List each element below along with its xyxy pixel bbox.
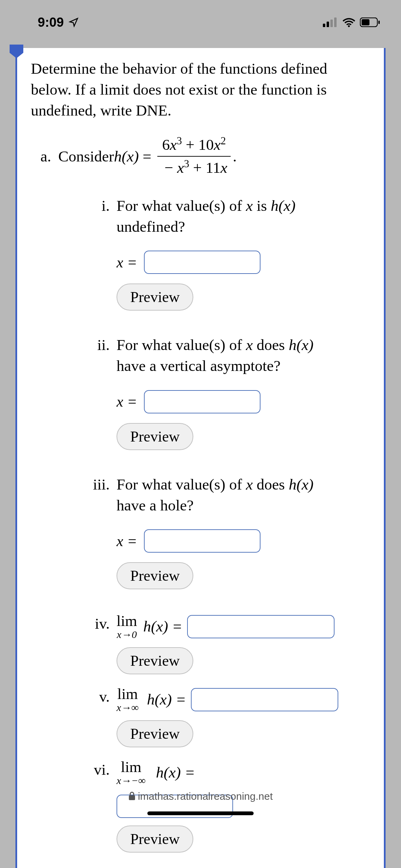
subpart-iv-limit: lim x→0 (117, 613, 137, 640)
content-area: Determine the behavior of the functions … (0, 45, 401, 820)
trailing-dot: . (233, 146, 236, 167)
subpart-i-preview-button[interactable]: Preview (117, 284, 193, 311)
status-time: 9:09 (38, 15, 64, 30)
subpart-vi-limit: lim x→−∞ (117, 759, 146, 786)
prompt-text: Determine the behavior of the functions … (31, 58, 370, 121)
status-bar: 9:09 (0, 0, 401, 45)
subpart-iv-preview-button[interactable]: Preview (117, 647, 193, 674)
subpart-v-limit: lim x→∞ (117, 686, 139, 713)
subpart-ii: ii. For what value(s) of x does h(x)have… (84, 335, 370, 450)
subpart-iii-num: iii. (84, 474, 117, 530)
subpart-i-input[interactable] (144, 251, 260, 274)
subpart-iv-func: h(x) = (143, 616, 182, 637)
denominator: − x3 + 11x (157, 156, 231, 178)
svg-rect-5 (362, 19, 369, 25)
browser-address: imathas.rationalreasoning.net (0, 791, 401, 802)
subpart-v-func: h(x) = (147, 689, 186, 710)
status-left: 9:09 (38, 15, 79, 30)
subpart-iii-xeq: x = (117, 531, 137, 551)
function-fraction: 6x3 + 10x2 − x3 + 11x (157, 134, 231, 178)
subpart-vi-preview-button[interactable]: Preview (117, 825, 193, 853)
part-a-lead: Consider (58, 146, 114, 167)
subpart-ii-xeq: x = (117, 391, 137, 412)
equals-sign: = (143, 146, 155, 167)
lock-icon (128, 792, 136, 800)
subpart-iv-input[interactable] (187, 615, 335, 638)
svg-rect-7 (129, 795, 135, 800)
subpart-v-preview-button[interactable]: Preview (117, 720, 193, 747)
wifi-icon (342, 17, 356, 27)
subpart-vi-func: h(x) = (156, 762, 195, 783)
subpart-i-text: For what value(s) of x is h(x)undefined? (117, 195, 370, 237)
location-arrow-icon (69, 17, 79, 27)
svg-rect-1 (327, 22, 329, 27)
footer-domain: imathas.rationalreasoning.net (138, 791, 273, 802)
home-indicator[interactable] (147, 811, 254, 815)
subpart-iv-num: iv. (84, 613, 117, 647)
subpart-ii-preview-button[interactable]: Preview (117, 423, 193, 450)
subpart-iii: iii. For what value(s) of x does h(x)hav… (84, 474, 370, 590)
part-a-label: a. (31, 146, 58, 167)
subpart-ii-text: For what value(s) of x does h(x)have a v… (117, 335, 370, 376)
svg-rect-6 (378, 21, 380, 24)
subpart-i-xeq: x = (117, 252, 137, 273)
subpart-ii-num: ii. (84, 335, 117, 390)
part-a: a. Consider h(x) = 6x3 + 10x2 − x3 + 11x… (31, 134, 370, 178)
question-page: Determine the behavior of the functions … (15, 48, 386, 868)
subpart-ii-input[interactable] (144, 390, 260, 413)
subpart-vi-num: vi. (84, 759, 117, 795)
signal-icon (323, 17, 338, 27)
numerator: 6x3 + 10x2 (159, 134, 229, 156)
battery-icon (360, 17, 380, 27)
subpart-iii-input[interactable] (144, 529, 260, 553)
svg-rect-0 (323, 24, 325, 27)
subpart-v-input[interactable] (191, 688, 338, 711)
subpart-iv: iv. lim x→0 h(x) = Preview (84, 613, 370, 674)
subpart-i: i. For what value(s) of x is h(x)undefin… (84, 195, 370, 311)
subpart-i-num: i. (84, 195, 117, 251)
status-right (323, 17, 380, 27)
svg-rect-2 (330, 20, 333, 27)
subpart-v: v. lim x→∞ h(x) = Preview (84, 686, 370, 747)
subpart-v-num: v. (84, 686, 117, 720)
subpart-vi: vi. lim x→−∞ h(x) = Preview (84, 759, 370, 853)
subpart-iii-preview-button[interactable]: Preview (117, 562, 193, 589)
svg-rect-3 (334, 17, 337, 27)
function-lhs: h(x) (114, 146, 143, 167)
subpart-iii-text: For what value(s) of x does h(x)have a h… (117, 474, 370, 516)
